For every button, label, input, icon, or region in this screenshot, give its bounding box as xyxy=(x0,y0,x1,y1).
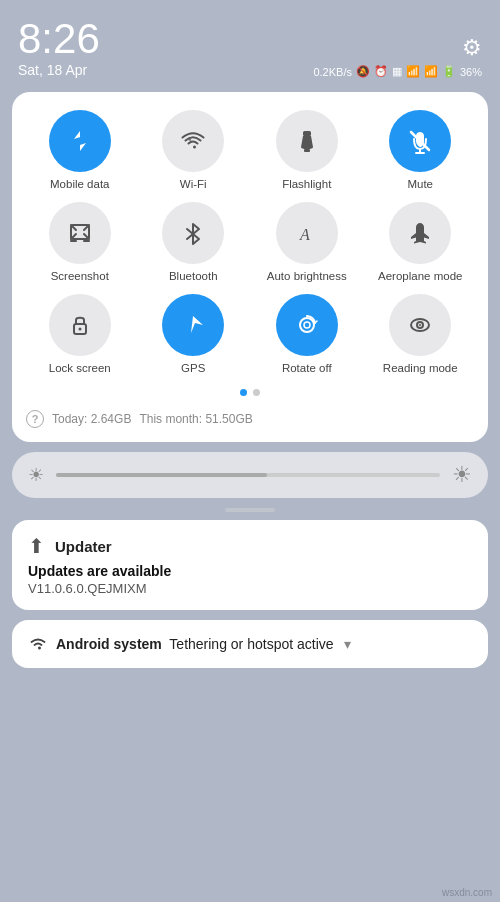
qs-item-flashlight[interactable]: Flashlight xyxy=(253,110,361,192)
status-icons: 0.2KB/s 🔕 ⏰ ▦ 📶 📶 🔋 36% xyxy=(313,65,482,78)
watermark: wsxdn.com xyxy=(442,887,492,898)
qs-circle-bluetooth xyxy=(162,202,224,264)
svg-point-17 xyxy=(300,318,314,332)
quick-settings-grid: Mobile data Wi-Fi xyxy=(26,110,474,375)
notif-updater-title: Updater xyxy=(55,538,112,555)
notif-system-header: Android system Tethering or hotspot acti… xyxy=(28,634,472,654)
qs-circle-flashlight xyxy=(276,110,338,172)
qs-label-reading-mode: Reading mode xyxy=(383,362,458,376)
brightness-fill xyxy=(56,473,267,477)
updater-icon: ⬆ xyxy=(28,534,45,558)
qs-circle-screenshot xyxy=(49,202,111,264)
svg-point-18 xyxy=(304,322,310,328)
svg-rect-1 xyxy=(304,149,310,152)
qs-label-bluetooth: Bluetooth xyxy=(169,270,218,284)
qs-circle-aeroplane xyxy=(389,202,451,264)
brightness-max-icon: ☀ xyxy=(452,462,472,488)
qs-label-aeroplane: Aeroplane mode xyxy=(378,270,462,284)
notif-system-text: Android system Tethering or hotspot acti… xyxy=(56,636,334,652)
status-bar: 8:26 Sat, 18 Apr ⚙ 0.2KB/s 🔕 ⏰ ▦ 📶 📶 🔋 3… xyxy=(0,0,500,82)
notif-updater-body: Updates are available xyxy=(28,563,472,579)
brightness-bar: ☀ ☀ xyxy=(12,452,488,498)
qs-circle-mobile-data xyxy=(49,110,111,172)
qs-circle-lock-screen xyxy=(49,294,111,356)
status-date: Sat, 18 Apr xyxy=(18,62,100,78)
qs-item-bluetooth[interactable]: Bluetooth xyxy=(140,202,248,284)
notif-updater-header: ⬆ Updater xyxy=(28,534,472,558)
wifi-notif-icon xyxy=(28,634,48,654)
speed-indicator: 0.2KB/s xyxy=(313,66,352,78)
data-usage: ? Today: 2.64GB This month: 51.50GB xyxy=(26,406,474,428)
wifi-status-icon: 📶 xyxy=(424,65,438,78)
dot-2[interactable] xyxy=(253,389,260,396)
alarm-icon: ⏰ xyxy=(374,65,388,78)
pull-handle-bar xyxy=(225,508,275,512)
sim-icon: ▦ xyxy=(392,65,402,78)
qs-item-screenshot[interactable]: Screenshot xyxy=(26,202,134,284)
qs-label-gps: GPS xyxy=(181,362,205,376)
notif-updater-sub: V11.0.6.0.QEJMIXM xyxy=(28,581,472,596)
qs-item-lock-screen[interactable]: Lock screen xyxy=(26,294,134,376)
qs-item-mute[interactable]: Mute xyxy=(367,110,475,192)
svg-point-21 xyxy=(419,324,421,326)
dot-1[interactable] xyxy=(240,389,247,396)
gear-icon[interactable]: ⚙ xyxy=(462,35,482,61)
qs-label-wifi: Wi-Fi xyxy=(180,178,207,192)
qs-item-mobile-data[interactable]: Mobile data xyxy=(26,110,134,192)
notification-updater[interactable]: ⬆ Updater Updates are available V11.0.6.… xyxy=(12,520,488,610)
qs-circle-reading-mode xyxy=(389,294,451,356)
qs-label-flashlight: Flashlight xyxy=(282,178,331,192)
status-time: 8:26 xyxy=(18,18,100,60)
svg-text:A: A xyxy=(299,226,310,243)
qs-label-mobile-data: Mobile data xyxy=(50,178,109,192)
notification-android-system[interactable]: Android system Tethering or hotspot acti… xyxy=(12,620,488,668)
svg-rect-0 xyxy=(303,131,311,136)
battery-percent: 36% xyxy=(460,66,482,78)
month-usage: This month: 51.50GB xyxy=(139,412,252,426)
qs-item-reading-mode[interactable]: Reading mode xyxy=(367,294,475,376)
qs-circle-auto-brightness: A xyxy=(276,202,338,264)
battery-icon: 🔋 xyxy=(442,65,456,78)
qs-item-wifi[interactable]: Wi-Fi xyxy=(140,110,248,192)
status-right: ⚙ 0.2KB/s 🔕 ⏰ ▦ 📶 📶 🔋 36% xyxy=(313,35,482,78)
pull-handle xyxy=(0,508,500,512)
qs-label-mute: Mute xyxy=(407,178,433,192)
today-usage: Today: 2.64GB xyxy=(52,412,131,426)
qs-item-aeroplane[interactable]: Aeroplane mode xyxy=(367,202,475,284)
qs-item-auto-brightness[interactable]: A Auto brightness xyxy=(253,202,361,284)
qs-label-screenshot: Screenshot xyxy=(51,270,109,284)
qs-circle-wifi xyxy=(162,110,224,172)
qs-item-rotate[interactable]: Rotate off xyxy=(253,294,361,376)
qs-label-auto-brightness: Auto brightness xyxy=(267,270,347,284)
qs-circle-gps xyxy=(162,294,224,356)
qs-label-rotate: Rotate off xyxy=(282,362,332,376)
vibrate-icon: 🔕 xyxy=(356,65,370,78)
notif-system-detail: Tethering or hotspot active xyxy=(169,636,333,652)
qs-circle-mute xyxy=(389,110,451,172)
qs-item-gps[interactable]: GPS xyxy=(140,294,248,376)
qs-circle-rotate xyxy=(276,294,338,356)
quick-settings-panel: Mobile data Wi-Fi xyxy=(12,92,488,442)
brightness-min-icon: ☀ xyxy=(28,464,44,486)
signal-icon: 📶 xyxy=(406,65,420,78)
qs-label-lock-screen: Lock screen xyxy=(49,362,111,376)
notif-system-title: Android system xyxy=(56,636,162,652)
chevron-down-icon[interactable]: ▾ xyxy=(344,636,351,652)
brightness-track[interactable] xyxy=(56,473,440,477)
svg-point-16 xyxy=(78,327,81,330)
pagination-dots xyxy=(26,389,474,396)
help-icon[interactable]: ? xyxy=(26,410,44,428)
